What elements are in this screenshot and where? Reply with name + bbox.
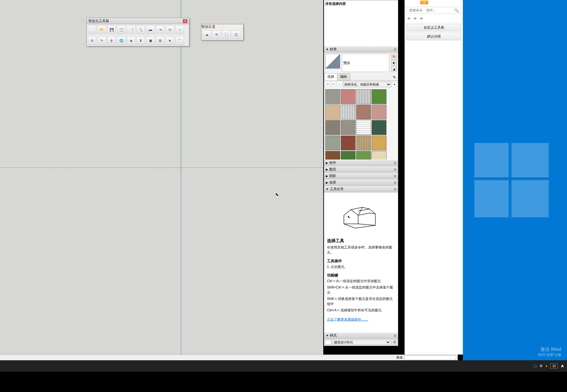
styles-panel-header[interactable]: ▼样式 ⊠ <box>324 332 398 339</box>
material-current-preview[interactable] <box>325 54 340 69</box>
cube-icon[interactable]: ▣ <box>146 36 155 45</box>
materials-panel-header[interactable]: ▼材质 ⊠ <box>324 46 398 53</box>
eye-off-icon[interactable]: 👁 <box>413 17 418 21</box>
material-swatch[interactable] <box>341 136 356 150</box>
rectangle-icon[interactable]: ▬ <box>146 25 155 34</box>
pencil-icon[interactable]: ✎ <box>391 74 398 80</box>
material-name-input[interactable] <box>342 54 389 72</box>
toolbox1-titlebar[interactable]: 智达云工具箱 ✕ <box>87 18 189 24</box>
new-file-icon[interactable]: 📄 <box>88 25 96 34</box>
line-icon[interactable]: ╲ <box>136 25 145 34</box>
plugin-search-input[interactable] <box>407 7 461 14</box>
paste-icon[interactable]: 📑 <box>127 25 135 34</box>
material-swatch[interactable] <box>356 136 371 150</box>
tray-arrow-icon[interactable]: ⮝ <box>561 364 564 368</box>
tray-counter[interactable]: 15 <box>550 363 558 369</box>
close-icon[interactable]: ✕ <box>213 25 215 28</box>
material-default-icon[interactable]: ◢ <box>391 66 397 72</box>
viewport[interactable]: ⬉ <box>0 0 323 355</box>
tab-edit[interactable]: 编辑 <box>337 73 350 80</box>
panel-close-icon[interactable]: ⊠ <box>394 181 396 184</box>
arc-icon[interactable]: ⌒ <box>175 36 184 45</box>
globe-icon[interactable]: 🌐 <box>117 36 126 45</box>
toolbox-panel-2[interactable]: 智达云 ✕ ☁ ⟲ ⛶ ◫ <box>201 24 243 40</box>
nav-menu-icon[interactable]: ▸ <box>392 82 397 87</box>
circle-icon[interactable]: ○ <box>175 25 184 34</box>
material-swatch[interactable] <box>372 105 386 120</box>
close-icon[interactable]: ✕ <box>183 19 187 23</box>
material-swatch[interactable] <box>325 105 340 120</box>
material-display-icon[interactable]: 🎨 <box>391 54 397 59</box>
material-swatch[interactable] <box>341 105 356 120</box>
cloud-icon[interactable]: ☁ <box>203 30 211 39</box>
scenes-panel-header[interactable]: ▶场景 ⊠ <box>324 179 398 186</box>
download-icon[interactable]: ⬇ <box>136 36 145 45</box>
custom-toolbar-button[interactable]: 自定义工具条 <box>407 24 461 31</box>
style-thumb[interactable] <box>325 340 332 345</box>
material-swatch[interactable] <box>325 136 340 150</box>
import-icon[interactable]: ⇥ <box>156 25 164 34</box>
panel-close-icon[interactable]: ⊠ <box>394 174 396 178</box>
material-swatch[interactable] <box>341 151 356 160</box>
material-swatch[interactable] <box>341 120 356 135</box>
material-swatch[interactable] <box>325 89 340 104</box>
save-icon[interactable]: 💾 <box>107 25 116 34</box>
components-panel-header[interactable]: ▶组件 ⊠ <box>324 160 398 166</box>
eye-icon[interactable]: 👁 <box>407 17 412 21</box>
nav-back-icon[interactable]: ⇦ <box>325 82 330 87</box>
material-swatch[interactable] <box>356 120 371 135</box>
measurement-label: 数值 <box>396 355 403 360</box>
tray-icon[interactable]: ⬚ <box>534 364 537 368</box>
box-icon[interactable]: ◫ <box>232 30 240 39</box>
material-swatch[interactable] <box>325 120 340 135</box>
measurement-input[interactable] <box>405 355 456 360</box>
panel-close-icon[interactable]: ⊠ <box>394 334 396 337</box>
select-icon[interactable]: ⬉ <box>166 36 174 45</box>
material-category-dropdown[interactable]: 园林绿化、地被层和植被 <box>343 81 391 87</box>
open-folder-icon[interactable]: 📂 <box>98 25 106 34</box>
brush-icon[interactable]: ✎ <box>98 36 106 45</box>
tray-icon[interactable]: ⚙ <box>540 364 543 368</box>
instructor-title: 工具向导 <box>330 187 344 191</box>
nav-home-icon[interactable]: ⌂ <box>337 82 342 87</box>
tray-globe-icon[interactable]: ● <box>546 364 548 368</box>
panel-close-icon[interactable]: ⊠ <box>394 161 396 164</box>
toolbox2-titlebar[interactable]: 智达云 ✕ <box>201 24 243 29</box>
search-icon[interactable]: 🔍 <box>454 8 459 13</box>
styles-dropdown[interactable]: 建筑设计样式 <box>333 340 390 345</box>
link-icon[interactable]: ⟲ <box>212 30 221 39</box>
layers-panel-header[interactable]: ▶图层 ⊠ <box>324 166 398 173</box>
material-swatch[interactable] <box>356 151 371 160</box>
grid-icon[interactable]: ╪ <box>107 36 116 45</box>
nav-forward-icon[interactable]: ⇨ <box>331 82 336 87</box>
material-swatch[interactable] <box>356 89 371 104</box>
panel-close-icon[interactable]: ⊠ <box>394 168 396 171</box>
vip-badge: VIP <box>420 1 428 4</box>
copy-icon[interactable]: 📋 <box>117 25 126 34</box>
panel-close-icon[interactable]: ⊠ <box>394 48 396 51</box>
toolbox-panel-1[interactable]: 智达云工具箱 ✕ 📄 📂 💾 📋 📑 ╲ ▬ ⇥ ⊙ ○ ⊖ ✎ ╪ 🌐 ◈ ⬇… <box>86 18 189 46</box>
clock-icon[interactable]: ⊙ <box>166 25 174 34</box>
material-swatch[interactable] <box>341 89 356 104</box>
instructor-panel-header[interactable]: ▼工具向导 ⊠ <box>324 186 398 192</box>
material-create-icon[interactable]: ◐ <box>391 60 397 66</box>
material-swatch[interactable] <box>372 151 386 160</box>
instructor-keys-title: 功能键 <box>327 273 395 278</box>
tab-select[interactable]: 选择 <box>324 73 337 80</box>
split-icon[interactable]: ⊞ <box>156 36 164 45</box>
shadows-panel-header[interactable]: ▶阴影 ⊠ <box>324 173 398 179</box>
diamond-icon[interactable]: ◈ <box>127 36 135 45</box>
panel-close-icon[interactable]: ⊠ <box>394 188 396 191</box>
instructor-more-link[interactable]: 点击了解更多高级操作…… <box>327 317 368 321</box>
default-group-button[interactable]: 默认分组 <box>407 33 461 40</box>
windows-taskbar[interactable]: ⬚ ⚙ ● 15 ⮝ <box>0 360 567 372</box>
material-swatch[interactable] <box>372 136 386 150</box>
material-swatch[interactable] <box>372 120 386 135</box>
eye-alt-icon[interactable]: 👁 <box>420 17 424 21</box>
material-swatch[interactable] <box>372 89 386 104</box>
fullscreen-icon[interactable]: ⛶ <box>222 30 231 39</box>
minus-circle-icon[interactable]: ⊖ <box>88 36 96 45</box>
style-menu-icon[interactable]: ☰ <box>392 339 397 345</box>
material-swatch[interactable] <box>356 105 371 120</box>
material-swatch[interactable] <box>325 151 340 160</box>
